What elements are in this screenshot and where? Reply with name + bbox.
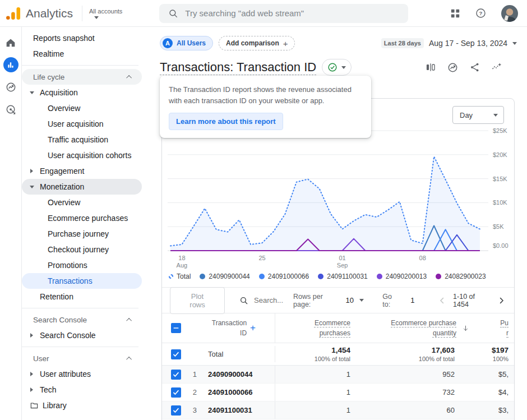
sidebar-item-user-acquisition[interactable]: User acquisition (22, 116, 142, 132)
sidebar-label: Realtime (33, 49, 64, 58)
row-checkbox[interactable] (171, 387, 181, 398)
chevron-up-icon[interactable] (126, 356, 132, 362)
legend-item-24091000066[interactable]: 24091000066 (259, 273, 309, 280)
sidebar-item-user-attributes[interactable]: User attributes (22, 366, 142, 382)
share-icon[interactable] (469, 62, 480, 73)
sidebar-item-transactions[interactable]: Transactions (22, 273, 142, 289)
legend-item-24091100031[interactable]: 24091100031 (318, 273, 368, 280)
metric-cell: 1 (275, 388, 354, 396)
sidebar-section-user[interactable]: User (22, 350, 142, 366)
next-page-icon[interactable] (496, 296, 506, 306)
sidebar-item-realtime[interactable]: Realtime (22, 46, 142, 62)
totals-label: Total (200, 346, 275, 362)
sidebar-item-overview[interactable]: Overview (22, 195, 142, 210)
comparison-bar: A All Users Add comparison + Last 28 day… (147, 27, 527, 50)
add-dimension-icon[interactable]: + (250, 321, 256, 335)
rows-per-page-value[interactable]: 10 (346, 296, 354, 304)
expand-caret-icon[interactable] (30, 372, 33, 376)
column-header-ecommerce-purchase-quantity[interactable]: Ecommerce purchase quantity (354, 318, 477, 338)
analytics-logo-icon[interactable] (6, 6, 21, 21)
sidebar-item-checkout-journey[interactable]: Checkout journey (22, 242, 142, 257)
explore-icon[interactable] (447, 62, 459, 73)
avatar[interactable] (501, 5, 518, 22)
search-icon (239, 296, 248, 305)
sidebar-label: User attributes (40, 370, 91, 379)
chevron-up-icon[interactable] (126, 317, 132, 323)
legend-item-24082900023[interactable]: 24082900023 (436, 273, 486, 280)
sidebar-label: Life cycle (33, 73, 64, 81)
sidebar-label: Search Console (40, 331, 96, 340)
row-checkbox[interactable] (171, 405, 181, 416)
report-status-dropdown[interactable] (322, 59, 352, 76)
report-actions (425, 62, 502, 73)
totals-quantity: 17,603 100% of total (354, 346, 477, 362)
sort-desc-icon[interactable] (462, 325, 469, 332)
chevron-up-icon[interactable] (126, 75, 132, 80)
expand-caret-icon[interactable] (30, 169, 33, 173)
expand-caret-icon[interactable] (30, 333, 33, 338)
collapse-caret-icon[interactable] (30, 186, 34, 188)
reports-icon[interactable] (3, 57, 19, 72)
legend-dot-icon (200, 274, 205, 279)
advertising-icon[interactable] (3, 102, 19, 117)
legend-label: Total (177, 273, 191, 280)
sidebar-item-search-console[interactable]: Search Console (22, 327, 142, 343)
all-users-chip[interactable]: A All Users (160, 36, 213, 50)
sidebar-item-overview[interactable]: Overview (22, 100, 142, 116)
metric-cell: $4, (477, 388, 514, 396)
legend-item-24090200013[interactable]: 24090200013 (377, 273, 427, 280)
sidebar-section-search-console[interactable]: Search Console (22, 312, 142, 327)
totals-checkbox[interactable] (171, 349, 181, 359)
sidebar-item-monetization[interactable]: Monetization (22, 179, 142, 195)
column-header-transaction-id[interactable]: Transaction ID + (200, 313, 275, 343)
sidebar-item-acquisition[interactable]: Acquisition (22, 85, 142, 100)
help-icon[interactable]: ? (475, 7, 487, 19)
select-all-checkbox[interactable] (171, 323, 181, 333)
granularity-dropdown[interactable]: Day (452, 106, 504, 124)
explore-icon[interactable] (3, 80, 19, 95)
transaction-id: 24091000066 (208, 388, 253, 396)
chevron-down-icon[interactable] (359, 299, 364, 302)
pagination-range: 1-10 of 1454 (453, 293, 491, 308)
search-input[interactable] (185, 8, 370, 18)
sidebar-item-traffic-acquisition[interactable]: Traffic acquisition (22, 132, 142, 147)
row-checkbox[interactable] (171, 370, 181, 380)
sidebar-item-user-acquisition-cohorts[interactable]: User acquisition cohorts (22, 147, 142, 163)
home-icon[interactable] (3, 35, 19, 50)
table-search[interactable] (239, 296, 293, 305)
legend-label: 24090200013 (386, 273, 427, 280)
metric-cell: $3, (477, 406, 514, 414)
metric-cell: 60 (354, 406, 477, 414)
collapse-caret-icon[interactable] (30, 91, 34, 94)
sidebar-section-life-cycle[interactable]: Life cycle (22, 69, 142, 85)
add-comparison-button[interactable]: Add comparison + (219, 36, 295, 50)
table-search-input[interactable] (254, 296, 293, 304)
sidebar-item-ecommerce-purchases[interactable]: Ecommerce purchases (22, 210, 142, 226)
date-range-picker[interactable]: Last 28 days Aug 17 - Sep 13, 2024 (381, 38, 517, 48)
sidebar-label: Traffic acquisition (48, 135, 108, 144)
global-search[interactable] (159, 4, 408, 23)
legend-item-24090900044[interactable]: 24090900044 (200, 273, 249, 280)
column-header-ecommerce-purchases[interactable]: Ecommerce purchases (275, 318, 354, 338)
sidebar-item-purchase-journey[interactable]: Purchase journey (22, 226, 142, 242)
page-title: Transactions: Transaction ID (160, 60, 316, 75)
expand-caret-icon[interactable] (30, 387, 33, 392)
goto-page-input[interactable] (406, 296, 419, 304)
sidebar-item-library[interactable]: Library (22, 398, 142, 413)
column-header-purchase-revenue[interactable]: Pu r (477, 318, 514, 338)
legend-item-total[interactable]: Total (169, 273, 191, 280)
sidebar-item-retention[interactable]: Retention (22, 289, 142, 304)
apps-grid-icon[interactable] (450, 8, 460, 19)
sidebar-item-promotions[interactable]: Promotions (22, 257, 142, 273)
sidebar-item-reports-snapshot[interactable]: Reports snapshot (22, 30, 142, 46)
prev-page-icon[interactable] (437, 296, 447, 306)
sidebar-item-engagement[interactable]: Engagement (22, 163, 142, 179)
legend-label: 24082900023 (445, 273, 486, 280)
account-switcher[interactable]: All accounts (89, 8, 122, 19)
sidebar-item-tech[interactable]: Tech (22, 382, 142, 398)
svg-text:01: 01 (339, 255, 345, 261)
plot-rows-button[interactable]: Plot rows (170, 287, 225, 314)
chart-toggle-icon[interactable] (425, 62, 436, 73)
insights-icon[interactable] (491, 62, 502, 73)
learn-more-button[interactable]: Learn more about this report (169, 113, 283, 130)
